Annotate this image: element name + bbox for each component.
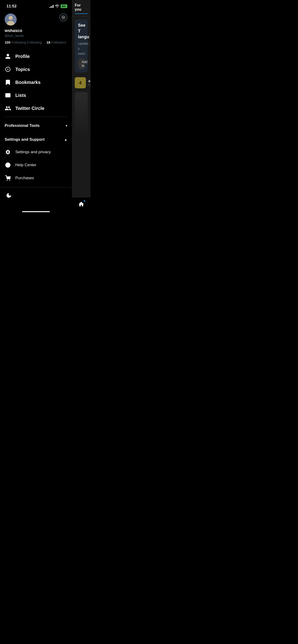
cart-icon: [5, 175, 11, 181]
nav-item-help-center[interactable]: Help Center: [0, 158, 72, 172]
night-mode-button[interactable]: [5, 191, 13, 200]
nav-section: Profile Topics Bookmarks: [0, 48, 72, 187]
home-notification-dot: [84, 200, 85, 202]
twitter-circle-icon: [5, 105, 11, 112]
nav-item-profile[interactable]: Profile: [0, 50, 72, 63]
divider: [5, 116, 67, 117]
professional-tools-section: Professional Tools ▾: [0, 119, 72, 132]
signal-icon: [50, 5, 54, 8]
space-count: 433: [88, 79, 91, 83]
topics-label: Topics: [15, 67, 30, 72]
home-indicator: [22, 211, 50, 212]
professional-tools-title: Professional Tools: [5, 123, 40, 128]
user-handle: @loic_lando: [5, 34, 67, 38]
following-label: Following: [11, 40, 26, 44]
nav-item-topics[interactable]: Topics: [0, 63, 72, 76]
gear-icon: [5, 149, 11, 155]
svg-point-3: [8, 106, 10, 108]
wifi-icon: [55, 4, 59, 8]
space-label: Gues: [88, 83, 91, 86]
followers-label: Followers: [51, 40, 66, 44]
display-name: wshasco: [5, 28, 67, 33]
topics-icon: [5, 66, 11, 72]
help-icon: [5, 162, 11, 168]
settings-support-section: Settings and Support ▲ Settings and priv…: [0, 132, 72, 186]
settings-privacy-label: Settings and privacy: [15, 150, 51, 154]
person-icon: [5, 53, 11, 60]
settings-support-header[interactable]: Settings and Support ▲: [0, 134, 72, 146]
space-item: 4 433 Gues: [75, 75, 88, 90]
nav-item-purchases[interactable]: Purchases: [0, 172, 72, 184]
space-number: 4: [79, 80, 82, 86]
space-info: 433 Gues: [88, 79, 91, 86]
purchases-label: Purchases: [15, 176, 34, 180]
bookmarks-label: Bookmarks: [15, 80, 41, 85]
lists-label: Lists: [15, 93, 26, 98]
following-count: 100: [5, 40, 11, 44]
add-language-button[interactable]: Add la: [78, 58, 85, 69]
followers-count: 18: [47, 40, 50, 44]
card-subtext: Update ywant.: [78, 42, 88, 56]
following-label-text: Following: [27, 40, 42, 44]
nav-item-twitter-circle[interactable]: Twitter Circle: [0, 102, 72, 115]
for-you-tab[interactable]: For you: [75, 3, 88, 14]
settings-support-title: Settings and Support: [5, 137, 45, 142]
screen: 11:52 84+: [0, 0, 91, 214]
svg-point-7: [10, 180, 10, 180]
feed-tab-bar: For you: [72, 0, 91, 16]
battery-indicator: 84+: [61, 4, 67, 8]
nav-item-settings-privacy[interactable]: Settings and privacy: [0, 146, 72, 158]
drawer: 11:52 84+: [0, 0, 72, 214]
settings-support-chevron: ▲: [64, 138, 67, 142]
bookmark-icon: [5, 79, 11, 86]
drawer-bottom: [0, 187, 72, 206]
professional-tools-header[interactable]: Professional Tools ▾: [0, 120, 72, 132]
status-bar: 11:52 84+: [0, 0, 72, 11]
status-time: 11:52: [7, 4, 17, 8]
add-account-button[interactable]: [59, 14, 67, 21]
card-heading: See Tlangu: [78, 22, 85, 40]
nav-item-bookmarks[interactable]: Bookmarks: [0, 76, 72, 89]
twitter-circle-label: Twitter Circle: [15, 106, 44, 111]
help-center-label: Help Center: [15, 163, 37, 168]
feed-bottom-bar: [72, 197, 91, 214]
nav-item-lists[interactable]: Lists: [0, 89, 72, 102]
drawer-header: wshasco @loic_lando 100 Following Follow…: [0, 11, 72, 48]
language-card: See Tlangu Update ywant. Add la: [75, 19, 88, 72]
status-icons: 84+: [50, 4, 67, 8]
lists-icon: [5, 92, 11, 98]
avatar[interactable]: [5, 14, 17, 26]
following-stat[interactable]: 100 Following Following: [5, 40, 42, 44]
profile-label: Profile: [15, 54, 30, 59]
feed-content: See Tlangu Update ywant. Add la 4 433 Gu…: [72, 16, 91, 141]
followers-stat[interactable]: 18 Followers: [47, 40, 66, 44]
svg-point-6: [7, 180, 8, 180]
card-title: See Tlangu Update ywant.: [78, 22, 85, 56]
home-button[interactable]: [78, 201, 85, 208]
user-stats: 100 Following Following 18 Followers: [5, 40, 67, 44]
feed-image-area: [75, 92, 88, 138]
header-top: [5, 14, 67, 26]
space-thumbnail: 4: [75, 77, 86, 88]
feed-panel: For you See Tlangu Update ywant. Add la …: [72, 0, 91, 214]
professional-tools-chevron: ▾: [66, 124, 67, 128]
